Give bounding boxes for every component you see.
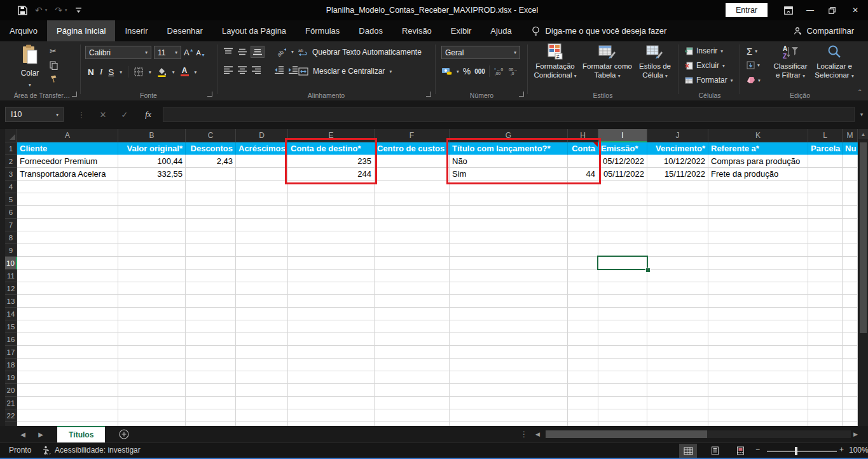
cell-I17[interactable]	[598, 346, 647, 359]
cell-E2[interactable]: 235	[288, 155, 375, 168]
cell-M7[interactable]	[843, 219, 858, 231]
cell-B8[interactable]	[118, 231, 186, 244]
cell-I20[interactable]	[598, 384, 647, 397]
cell-E22[interactable]	[288, 409, 375, 422]
column-header-M[interactable]: M	[843, 129, 858, 142]
cell-L6[interactable]	[808, 206, 843, 219]
undo-icon[interactable]: ↶	[35, 5, 43, 15]
cell-E4[interactable]	[288, 181, 375, 193]
cell-B22[interactable]	[118, 409, 186, 422]
cell-J16[interactable]	[647, 333, 708, 346]
cell-H8[interactable]	[568, 231, 598, 244]
restore-button[interactable]	[821, 0, 843, 20]
cell-K9[interactable]	[708, 244, 808, 257]
cell-D13[interactable]	[236, 295, 288, 308]
cell-F13[interactable]	[375, 295, 450, 308]
cell-H20[interactable]	[568, 384, 598, 397]
cell-H5[interactable]	[568, 193, 598, 206]
row-header-4[interactable]: 4	[5, 181, 17, 193]
cell-F12[interactable]	[375, 282, 450, 295]
cell-I7[interactable]	[598, 219, 647, 231]
cell-B6[interactable]	[118, 206, 186, 219]
cell-H18[interactable]	[568, 359, 598, 371]
cell-J14[interactable]	[647, 308, 708, 320]
column-header-G[interactable]: G	[450, 129, 568, 142]
cell-G14[interactable]	[450, 308, 568, 320]
cell-A15[interactable]	[17, 320, 118, 333]
cell-A13[interactable]	[17, 295, 118, 308]
cell-M19[interactable]	[843, 371, 858, 384]
zoom-slider[interactable]	[767, 451, 837, 452]
cell-G15[interactable]	[450, 320, 568, 333]
ribbon-tab-ajuda[interactable]: Ajuda	[481, 20, 521, 41]
cell-M13[interactable]	[843, 295, 858, 308]
cell-G19[interactable]	[450, 371, 568, 384]
enter-check-icon[interactable]: ✓	[117, 107, 132, 122]
cell-L7[interactable]	[808, 219, 843, 231]
column-header-E[interactable]: E	[288, 129, 375, 142]
decrease-decimal-icon[interactable]: 00→,0	[508, 67, 519, 76]
clear-eraser-icon[interactable]	[747, 76, 755, 84]
cell-K15[interactable]	[708, 320, 808, 333]
font-color-dropdown-icon[interactable]: ▾	[195, 69, 197, 75]
cell-B10[interactable]	[118, 257, 186, 270]
cell-M4[interactable]	[843, 181, 858, 193]
cell-B1[interactable]: Valor original*	[118, 142, 186, 155]
cell-D19[interactable]	[236, 371, 288, 384]
cell-A3[interactable]: Transportadora Acelera	[17, 168, 118, 181]
column-header-J[interactable]: J	[647, 129, 708, 142]
cell-M11[interactable]	[843, 270, 858, 282]
cell-I4[interactable]	[598, 181, 647, 193]
accounting-dropdown-icon[interactable]: ▾	[457, 69, 459, 74]
bold-button[interactable]: N	[88, 67, 94, 77]
row-header-2[interactable]: 2	[5, 155, 17, 168]
cell-D1[interactable]: Acréscimos	[236, 142, 288, 155]
sort-filter-button[interactable]: AZ Classificare Filtrar ▾	[769, 45, 811, 81]
vertical-scrollbar[interactable]: ▲	[858, 129, 868, 426]
cell-C7[interactable]	[186, 219, 236, 231]
row-header-7[interactable]: 7	[5, 219, 17, 231]
cell-L21[interactable]	[808, 397, 843, 409]
row-header-19[interactable]: 19	[5, 371, 17, 384]
cell-L12[interactable]	[808, 282, 843, 295]
name-box-dropdown-icon[interactable]: ▾	[51, 112, 63, 118]
autosum-icon[interactable]: Σ	[747, 46, 752, 57]
cell-H13[interactable]	[568, 295, 598, 308]
cell-J8[interactable]	[647, 231, 708, 244]
collapse-ribbon-icon[interactable]: ⌃	[857, 88, 862, 95]
cell-B15[interactable]	[118, 320, 186, 333]
cell-M8[interactable]	[843, 231, 858, 244]
cell-E11[interactable]	[288, 270, 375, 282]
minimize-button[interactable]: —	[799, 0, 821, 20]
cell-C15[interactable]	[186, 320, 236, 333]
row-header-5[interactable]: 5	[5, 193, 17, 206]
cell-K1[interactable]: Referente a*	[708, 142, 808, 155]
cell-D11[interactable]	[236, 270, 288, 282]
cell-D17[interactable]	[236, 346, 288, 359]
row-header-13[interactable]: 13	[5, 295, 17, 308]
cell-L5[interactable]	[808, 193, 843, 206]
ribbon-tab-arquivo[interactable]: Arquivo	[0, 20, 47, 41]
cell-F3[interactable]	[375, 168, 450, 181]
cell-J19[interactable]	[647, 371, 708, 384]
cell-A5[interactable]	[17, 193, 118, 206]
cell-J17[interactable]	[647, 346, 708, 359]
cell-D21[interactable]	[236, 397, 288, 409]
cell-G16[interactable]	[450, 333, 568, 346]
cell-J9[interactable]	[647, 244, 708, 257]
cell-F8[interactable]	[375, 231, 450, 244]
ribbon-tab-página-inicial[interactable]: Página Inicial	[47, 20, 115, 41]
cell-B4[interactable]	[118, 181, 186, 193]
share-button[interactable]: Compartilhar	[794, 20, 868, 41]
cell-B16[interactable]	[118, 333, 186, 346]
cell-K11[interactable]	[708, 270, 808, 282]
orientation-dropdown-icon[interactable]: ▾	[291, 49, 294, 55]
previous-sheet-icon[interactable]: ◀	[14, 431, 32, 438]
row-header-16[interactable]: 16	[5, 333, 17, 346]
cell-M3[interactable]	[843, 168, 858, 181]
fill-down-icon[interactable]	[747, 61, 755, 69]
row-header-10[interactable]: 10	[5, 257, 17, 270]
cell-G17[interactable]	[450, 346, 568, 359]
copy-icon[interactable]	[50, 61, 58, 70]
row-header-8[interactable]: 8	[5, 231, 17, 244]
